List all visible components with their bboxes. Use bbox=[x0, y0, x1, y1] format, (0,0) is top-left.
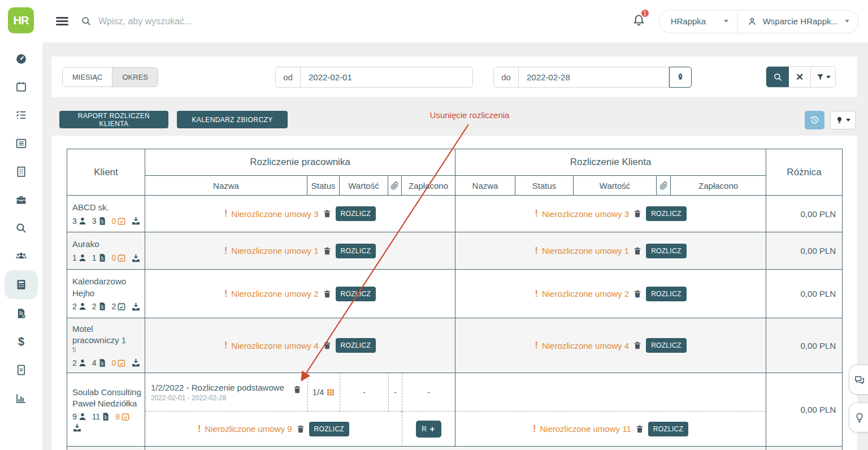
chat-tab[interactable] bbox=[849, 365, 868, 395]
document-count[interactable]: 2 bbox=[92, 302, 107, 311]
client-settlement-cell: ! Nierozliczone umowy 3 ROZLICZ bbox=[455, 196, 766, 232]
employee-settlement-cell: ! Nierozliczone umowy 1 ROZLICZ bbox=[145, 232, 455, 270]
settle-button[interactable]: ROZLICZ bbox=[646, 244, 686, 258]
trash-icon[interactable] bbox=[633, 341, 642, 350]
settle-button[interactable]: ROZLICZ bbox=[646, 206, 686, 221]
unsettled-contracts-link[interactable]: Nierozliczone umowy 2 bbox=[231, 289, 318, 298]
settle-button[interactable]: ROZLICZ bbox=[646, 287, 686, 301]
calendar-count[interactable]: 2 bbox=[112, 302, 127, 311]
download-icon[interactable] bbox=[131, 216, 141, 226]
trash-icon[interactable] bbox=[323, 246, 332, 256]
settle-button[interactable]: ROZLICZ bbox=[648, 422, 688, 436]
dollar-icon: $ bbox=[18, 335, 24, 348]
employee-count[interactable]: 9 bbox=[72, 412, 87, 421]
unsettled-contracts-link[interactable]: Nierozliczone umowy 1 bbox=[542, 246, 629, 256]
unsettled-contracts-link[interactable]: Nierozliczone umowy 2 bbox=[542, 289, 629, 298]
settlement-title[interactable]: 1/2/2022 - Rozliczenie podstawowe bbox=[151, 383, 284, 392]
tab-month[interactable]: MIESIĄC bbox=[63, 68, 112, 86]
trash-icon[interactable] bbox=[323, 289, 332, 298]
sidebar-item-briefcase[interactable] bbox=[5, 185, 38, 214]
document-count[interactable]: 11 bbox=[92, 412, 111, 421]
history-button[interactable] bbox=[805, 111, 824, 129]
unsettled-contracts-link[interactable]: Nierozliczone umowy 4 bbox=[542, 341, 629, 351]
trash-icon[interactable] bbox=[323, 341, 332, 350]
download-icon[interactable] bbox=[131, 358, 141, 367]
calendar-count[interactable]: 0 bbox=[112, 217, 127, 226]
client-name[interactable]: Aurako bbox=[72, 239, 141, 250]
calendar-check-icon bbox=[121, 412, 130, 421]
unsettled-contracts-link[interactable]: Nierozliczone umowy 1 bbox=[231, 246, 318, 256]
sidebar-item-settlements[interactable] bbox=[5, 270, 38, 299]
unsettled-contracts-link[interactable]: Nierozliczone umowy 3 bbox=[542, 209, 629, 219]
document-count[interactable]: 4 bbox=[92, 358, 107, 367]
collective-calendar-button[interactable]: KALENDARZ ZBIORCZY bbox=[177, 111, 288, 128]
client-name[interactable]: Motel pracowniczy 1 bbox=[72, 323, 141, 347]
app-logo[interactable]: HR bbox=[8, 7, 34, 33]
sidebar-item-search[interactable] bbox=[5, 214, 38, 242]
sidebar-item-tasks[interactable] bbox=[5, 101, 38, 129]
trash-icon[interactable] bbox=[296, 425, 305, 434]
delete-settlement-trash-icon[interactable] bbox=[293, 385, 302, 394]
help-tab[interactable] bbox=[849, 403, 868, 432]
sidebar-item-documents[interactable] bbox=[5, 299, 38, 327]
quick-apply-button[interactable] bbox=[669, 67, 692, 88]
clear-search-button[interactable]: ✕ bbox=[789, 67, 810, 87]
calendar-count[interactable]: 0 bbox=[112, 253, 127, 262]
settle-button[interactable]: ROZLICZ bbox=[336, 287, 376, 301]
alert-icon: ! bbox=[535, 209, 538, 219]
trash-icon[interactable] bbox=[633, 209, 642, 218]
client-name[interactable]: Kalendarzowo Hejho bbox=[72, 276, 141, 299]
calendar-count[interactable]: 8 bbox=[115, 412, 130, 421]
client-name[interactable]: ABCD sk. bbox=[72, 202, 141, 213]
employee-count[interactable]: 2 bbox=[72, 358, 87, 367]
unsettled-contracts-link[interactable]: Nierozliczone umowy 11 bbox=[540, 424, 631, 434]
unsettled-contracts-link[interactable]: Nierozliczone umowy 9 bbox=[205, 424, 292, 434]
sidebar-item-payments[interactable]: $ bbox=[5, 327, 38, 356]
client-settlement-report-button[interactable]: RAPORT ROZLICZEŃ KLIENTA bbox=[59, 111, 168, 128]
client-settlement-empty-cell bbox=[455, 373, 766, 412]
trash-icon[interactable] bbox=[323, 209, 332, 218]
settle-button[interactable]: ROZLICZ bbox=[336, 206, 376, 221]
unsettled-contracts-link[interactable]: Nierozliczone umowy 4 bbox=[231, 341, 318, 351]
sidebar-item-companies[interactable] bbox=[5, 157, 38, 185]
trash-icon[interactable] bbox=[635, 425, 644, 434]
document-count[interactable]: 1 bbox=[92, 253, 107, 262]
file-icon bbox=[98, 302, 107, 311]
employee-count[interactable]: 1 bbox=[72, 253, 87, 262]
download-icon[interactable] bbox=[72, 423, 82, 432]
lightbulb-icon bbox=[835, 116, 844, 124]
employee-count[interactable]: 2 bbox=[72, 302, 87, 311]
user-selector[interactable]: Wsparcie HRappk... bbox=[738, 10, 858, 33]
download-icon[interactable] bbox=[131, 253, 141, 263]
sidebar-item-dashboard[interactable] bbox=[5, 44, 38, 72]
unsettled-contracts-link[interactable]: Nierozliczone umowy 3 bbox=[231, 209, 318, 219]
calendar-count[interactable]: 0 bbox=[112, 358, 127, 367]
settle-button[interactable]: ROZLICZ bbox=[336, 338, 376, 353]
tab-period[interactable]: OKRES bbox=[112, 68, 158, 86]
settle-button[interactable]: ROZLICZ bbox=[646, 338, 686, 353]
apply-search-button[interactable] bbox=[766, 67, 789, 87]
org-selector[interactable]: HRappka bbox=[659, 10, 737, 33]
date-to-input[interactable] bbox=[519, 67, 669, 87]
tips-dropdown-button[interactable] bbox=[830, 111, 856, 129]
notifications-button[interactable]: 1 bbox=[632, 14, 645, 29]
grid-icon[interactable] bbox=[326, 388, 335, 397]
settle-button[interactable]: ROZLICZ bbox=[309, 422, 349, 436]
add-settlement-button[interactable]: R bbox=[416, 421, 441, 438]
filter-dropdown-button[interactable] bbox=[810, 67, 835, 87]
hamburger-menu-icon[interactable] bbox=[56, 15, 68, 28]
employee-count[interactable]: 3 bbox=[72, 217, 87, 226]
sidebar-item-files[interactable] bbox=[5, 356, 38, 384]
global-search-input[interactable] bbox=[98, 16, 336, 27]
sidebar-item-records[interactable] bbox=[5, 129, 38, 157]
date-from-input[interactable] bbox=[301, 67, 472, 87]
download-icon[interactable] bbox=[131, 302, 141, 311]
client-name[interactable]: Soulab Consulting Paweł Niedziółka bbox=[72, 387, 141, 410]
sidebar-item-employees[interactable] bbox=[5, 242, 38, 270]
trash-icon[interactable] bbox=[633, 246, 642, 256]
document-count[interactable]: 3 bbox=[92, 217, 107, 226]
sidebar-item-reports[interactable] bbox=[5, 384, 38, 412]
settle-button[interactable]: ROZLICZ bbox=[336, 244, 376, 258]
trash-icon[interactable] bbox=[633, 289, 642, 298]
sidebar-item-calendar[interactable] bbox=[5, 72, 38, 101]
